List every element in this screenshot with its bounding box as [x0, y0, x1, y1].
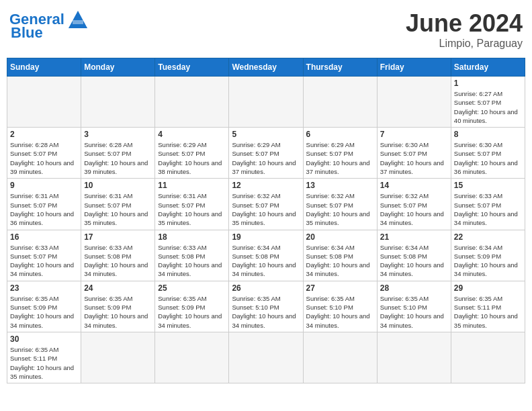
day-info: Sunrise: 6:30 AM Sunset: 5:07 PM Dayligh…: [380, 140, 448, 176]
calendar-day-cell: [155, 77, 229, 128]
calendar-title: June 2024: [406, 9, 523, 38]
day-info: Sunrise: 6:35 AM Sunset: 5:09 PM Dayligh…: [84, 294, 152, 330]
calendar-day-cell: 23Sunrise: 6:35 AM Sunset: 5:09 PM Dayli…: [7, 281, 81, 332]
day-number: 6: [306, 130, 374, 139]
calendar-day-cell: 19Sunrise: 6:34 AM Sunset: 5:08 PM Dayli…: [229, 230, 303, 281]
day-number: 22: [454, 232, 522, 242]
logo: General Blue: [9, 9, 90, 42]
calendar-day-cell: [229, 77, 303, 128]
day-info: Sunrise: 6:29 AM Sunset: 5:07 PM Dayligh…: [158, 140, 226, 176]
day-number: 27: [306, 283, 374, 293]
day-info: Sunrise: 6:28 AM Sunset: 5:07 PM Dayligh…: [84, 140, 152, 176]
calendar-day-cell: [229, 332, 303, 383]
calendar-day-cell: 4Sunrise: 6:29 AM Sunset: 5:07 PM Daylig…: [155, 128, 229, 179]
day-number: 23: [10, 283, 78, 293]
day-info: Sunrise: 6:35 AM Sunset: 5:10 PM Dayligh…: [380, 294, 448, 330]
calendar-day-cell: [303, 332, 377, 383]
day-number: 1: [454, 79, 522, 88]
calendar-day-cell: 30Sunrise: 6:35 AM Sunset: 5:11 PM Dayli…: [7, 332, 81, 383]
day-number: 17: [84, 232, 152, 242]
calendar-day-cell: 18Sunrise: 6:33 AM Sunset: 5:08 PM Dayli…: [155, 230, 229, 281]
calendar-day-cell: 12Sunrise: 6:32 AM Sunset: 5:07 PM Dayli…: [229, 179, 303, 230]
calendar-day-cell: [303, 77, 377, 128]
day-info: Sunrise: 6:31 AM Sunset: 5:07 PM Dayligh…: [158, 191, 226, 227]
day-number: 19: [232, 232, 300, 242]
page-header: General Blue June 2024 Limpio, Paraguay: [7, 7, 525, 52]
day-number: 5: [232, 130, 300, 139]
day-number: 9: [10, 181, 78, 190]
day-number: 20: [306, 232, 374, 242]
day-info: Sunrise: 6:28 AM Sunset: 5:07 PM Dayligh…: [10, 140, 78, 176]
calendar-day-cell: 21Sunrise: 6:34 AM Sunset: 5:08 PM Dayli…: [377, 230, 451, 281]
day-info: Sunrise: 6:35 AM Sunset: 5:09 PM Dayligh…: [158, 294, 226, 330]
calendar-day-cell: 16Sunrise: 6:33 AM Sunset: 5:07 PM Dayli…: [7, 230, 81, 281]
day-info: Sunrise: 6:31 AM Sunset: 5:07 PM Dayligh…: [10, 191, 78, 227]
calendar-day-cell: [155, 332, 229, 383]
day-number: 8: [454, 130, 522, 139]
calendar-day-cell: 9Sunrise: 6:31 AM Sunset: 5:07 PM Daylig…: [7, 179, 81, 230]
day-of-week-header: Tuesday: [155, 58, 229, 77]
day-info: Sunrise: 6:29 AM Sunset: 5:07 PM Dayligh…: [306, 140, 374, 176]
calendar-day-cell: 1Sunrise: 6:27 AM Sunset: 5:07 PM Daylig…: [451, 77, 525, 128]
day-info: Sunrise: 6:35 AM Sunset: 5:11 PM Dayligh…: [454, 294, 522, 330]
day-of-week-header: Friday: [377, 58, 451, 77]
day-number: 2: [10, 130, 78, 139]
calendar-week-row: 2Sunrise: 6:28 AM Sunset: 5:07 PM Daylig…: [7, 128, 525, 179]
day-info: Sunrise: 6:35 AM Sunset: 5:10 PM Dayligh…: [232, 294, 300, 330]
day-number: 11: [158, 181, 226, 190]
day-number: 3: [84, 130, 152, 139]
day-number: 12: [232, 181, 300, 190]
calendar-day-cell: 27Sunrise: 6:35 AM Sunset: 5:10 PM Dayli…: [303, 281, 377, 332]
day-number: 7: [380, 130, 448, 139]
day-info: Sunrise: 6:34 AM Sunset: 5:09 PM Dayligh…: [454, 243, 522, 279]
calendar-day-cell: [377, 77, 451, 128]
day-number: 30: [10, 334, 78, 344]
calendar-day-cell: 5Sunrise: 6:29 AM Sunset: 5:07 PM Daylig…: [229, 128, 303, 179]
calendar-day-cell: 8Sunrise: 6:30 AM Sunset: 5:07 PM Daylig…: [451, 128, 525, 179]
calendar-day-cell: [81, 77, 155, 128]
day-number: 14: [380, 181, 448, 190]
calendar-week-row: 16Sunrise: 6:33 AM Sunset: 5:07 PM Dayli…: [7, 230, 525, 281]
day-number: 26: [232, 283, 300, 293]
day-info: Sunrise: 6:34 AM Sunset: 5:08 PM Dayligh…: [380, 243, 448, 279]
calendar-week-row: 9Sunrise: 6:31 AM Sunset: 5:07 PM Daylig…: [7, 179, 525, 230]
title-block: June 2024 Limpio, Paraguay: [406, 9, 523, 50]
day-info: Sunrise: 6:35 AM Sunset: 5:11 PM Dayligh…: [10, 345, 78, 381]
day-number: 18: [158, 232, 226, 242]
logo-blue: Blue: [11, 24, 43, 42]
calendar-day-cell: 29Sunrise: 6:35 AM Sunset: 5:11 PM Dayli…: [451, 281, 525, 332]
calendar-day-cell: 3Sunrise: 6:28 AM Sunset: 5:07 PM Daylig…: [81, 128, 155, 179]
day-info: Sunrise: 6:32 AM Sunset: 5:07 PM Dayligh…: [380, 191, 448, 227]
calendar-day-cell: 7Sunrise: 6:30 AM Sunset: 5:07 PM Daylig…: [377, 128, 451, 179]
logo-icon: [66, 9, 90, 30]
day-info: Sunrise: 6:29 AM Sunset: 5:07 PM Dayligh…: [232, 140, 300, 176]
calendar-location: Limpio, Paraguay: [406, 38, 523, 50]
day-info: Sunrise: 6:32 AM Sunset: 5:07 PM Dayligh…: [232, 191, 300, 227]
calendar-day-cell: [81, 332, 155, 383]
day-number: 13: [306, 181, 374, 190]
calendar-table: SundayMondayTuesdayWednesdayThursdayFrid…: [7, 58, 525, 383]
calendar-week-row: 1Sunrise: 6:27 AM Sunset: 5:07 PM Daylig…: [7, 77, 525, 128]
day-number: 21: [380, 232, 448, 242]
calendar-header-row: SundayMondayTuesdayWednesdayThursdayFrid…: [7, 58, 525, 77]
calendar-day-cell: 22Sunrise: 6:34 AM Sunset: 5:09 PM Dayli…: [451, 230, 525, 281]
svg-rect-2: [73, 20, 83, 24]
calendar-week-row: 30Sunrise: 6:35 AM Sunset: 5:11 PM Dayli…: [7, 332, 525, 383]
day-info: Sunrise: 6:31 AM Sunset: 5:07 PM Dayligh…: [84, 191, 152, 227]
day-info: Sunrise: 6:33 AM Sunset: 5:08 PM Dayligh…: [158, 243, 226, 279]
day-number: 24: [84, 283, 152, 293]
calendar-day-cell: [451, 332, 525, 383]
calendar-day-cell: 6Sunrise: 6:29 AM Sunset: 5:07 PM Daylig…: [303, 128, 377, 179]
day-info: Sunrise: 6:35 AM Sunset: 5:09 PM Dayligh…: [10, 294, 78, 330]
calendar-day-cell: 10Sunrise: 6:31 AM Sunset: 5:07 PM Dayli…: [81, 179, 155, 230]
calendar-day-cell: [7, 77, 81, 128]
calendar-day-cell: 28Sunrise: 6:35 AM Sunset: 5:10 PM Dayli…: [377, 281, 451, 332]
day-number: 4: [158, 130, 226, 139]
day-of-week-header: Monday: [81, 58, 155, 77]
day-number: 28: [380, 283, 448, 293]
day-info: Sunrise: 6:34 AM Sunset: 5:08 PM Dayligh…: [306, 243, 374, 279]
day-number: 10: [84, 181, 152, 190]
day-number: 15: [454, 181, 522, 190]
day-number: 29: [454, 283, 522, 293]
day-info: Sunrise: 6:32 AM Sunset: 5:07 PM Dayligh…: [306, 191, 374, 227]
